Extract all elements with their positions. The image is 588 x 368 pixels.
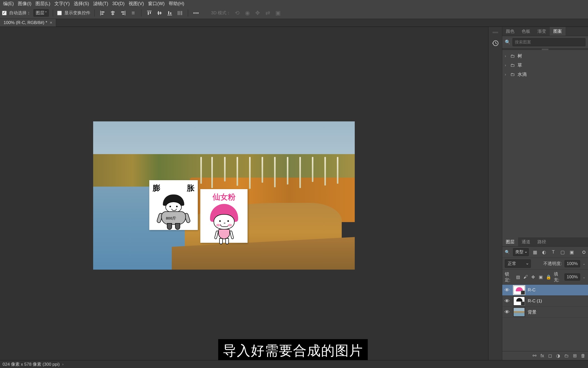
layer-filter-dropdown[interactable]: 类型 bbox=[513, 248, 529, 256]
align-menu-icon[interactable]: ≡ bbox=[129, 9, 137, 17]
status-menu-icon[interactable]: › bbox=[62, 362, 64, 366]
auto-select-label: 自动选择： bbox=[9, 10, 31, 16]
close-tab-icon[interactable]: × bbox=[50, 20, 52, 25]
pattern-folder-tree[interactable]: › 🗀 树 bbox=[502, 51, 588, 61]
menu-edit[interactable]: 编(E) bbox=[1, 1, 16, 7]
menu-window[interactable]: 窗口(W) bbox=[146, 1, 167, 7]
3d-roll-icon: ◉ bbox=[243, 9, 251, 17]
svg-rect-11 bbox=[150, 12, 151, 14]
fill-value[interactable]: 100% bbox=[565, 273, 580, 281]
layer-name[interactable]: R-C bbox=[528, 288, 535, 293]
patterns-panel-tabs: 颜色 色板 渐变 图案 bbox=[502, 27, 588, 36]
menu-type[interactable]: 文字(Y) bbox=[52, 1, 72, 7]
align-center-v-icon[interactable] bbox=[156, 9, 163, 17]
layer-thumbnail[interactable] bbox=[513, 286, 525, 294]
tab-paths[interactable]: 路径 bbox=[534, 237, 550, 246]
patterns-search-input[interactable] bbox=[512, 38, 585, 46]
opacity-value[interactable]: 100% bbox=[565, 260, 580, 267]
pattern-folder-grass[interactable]: › 🗀 草 bbox=[502, 61, 588, 70]
history-icon[interactable] bbox=[490, 38, 501, 49]
svg-rect-5 bbox=[112, 14, 114, 15]
subtitle-overlay: 导入好需要合成的图片 bbox=[218, 339, 368, 360]
tab-color[interactable]: 颜色 bbox=[502, 27, 518, 36]
pattern-folder-water[interactable]: › 🗀 水滴 bbox=[502, 70, 588, 79]
canvas-sticker-2[interactable]: 仙女粉 bbox=[200, 189, 248, 243]
3d-slide-icon: ⇄ bbox=[264, 9, 272, 17]
tab-swatches[interactable]: 色板 bbox=[518, 27, 534, 36]
layer-item[interactable]: 👁 R-C (1) bbox=[502, 296, 588, 307]
filter-smart-icon[interactable]: ▣ bbox=[569, 249, 575, 255]
layer-mask-icon[interactable]: ◻ bbox=[548, 353, 552, 359]
lock-artboard-icon[interactable]: ▣ bbox=[538, 274, 543, 280]
sticker1-figure: 800斤 bbox=[158, 194, 189, 230]
link-layers-icon[interactable]: ⚯ bbox=[533, 353, 536, 359]
align-center-h-icon[interactable] bbox=[109, 9, 117, 17]
svg-rect-12 bbox=[157, 13, 162, 13]
svg-rect-7 bbox=[121, 12, 124, 13]
layer-thumbnail[interactable] bbox=[513, 297, 525, 305]
layer-thumbnail[interactable] bbox=[513, 308, 525, 316]
visibility-toggle-icon[interactable]: 👁 bbox=[504, 298, 510, 304]
document-tab-title: 100% (R-C, RGB/8#) * bbox=[4, 20, 47, 25]
layer-name[interactable]: R-C (1) bbox=[528, 298, 542, 304]
menu-layer[interactable]: 图层(L) bbox=[33, 1, 52, 7]
align-right-icon[interactable] bbox=[119, 9, 127, 17]
layer-name[interactable]: 背景 bbox=[528, 309, 536, 315]
filter-type-icon[interactable]: T bbox=[550, 249, 556, 255]
tab-gradients[interactable]: 渐变 bbox=[534, 27, 550, 36]
mode-3d-label: 3D 模式： bbox=[211, 10, 231, 16]
status-bar: 024 像素 x 578 像素 (300 ppi) › bbox=[0, 360, 588, 368]
svg-rect-9 bbox=[147, 11, 152, 11]
tab-channels[interactable]: 通道 bbox=[518, 237, 534, 246]
patterns-tree[interactable]: › 🗀 树 › 🗀 草 › 🗀 水滴 bbox=[502, 50, 588, 237]
menu-view[interactable]: 视图(V) bbox=[127, 1, 146, 7]
document-canvas[interactable]: 膨 胀 800斤 仙女粉 bbox=[93, 121, 355, 270]
filter-adjustment-icon[interactable]: ◐ bbox=[541, 249, 547, 255]
distribute-icon[interactable] bbox=[176, 9, 184, 17]
delete-layer-icon[interactable]: 🗑 bbox=[581, 353, 585, 359]
layers-panel-tabs: 图层 通道 路径 bbox=[502, 237, 588, 247]
auto-select-checkbox[interactable] bbox=[2, 11, 7, 15]
new-layer-icon[interactable]: ⊞ bbox=[573, 353, 577, 359]
menu-help[interactable]: 帮助(H) bbox=[167, 1, 186, 7]
align-left-icon[interactable] bbox=[99, 9, 106, 17]
group-icon[interactable]: 🗀 bbox=[564, 353, 569, 359]
filter-pixel-icon[interactable]: ▦ bbox=[532, 249, 538, 255]
layer-item[interactable]: 👁 背景 bbox=[502, 307, 588, 318]
opacity-stepper-icon[interactable]: ⌄ bbox=[583, 262, 585, 266]
filter-toggle[interactable] bbox=[582, 251, 585, 254]
adjustment-layer-icon[interactable]: ◑ bbox=[556, 353, 560, 359]
fill-stepper-icon[interactable]: ⌄ bbox=[583, 275, 585, 279]
visibility-toggle-icon[interactable]: 👁 bbox=[504, 287, 510, 293]
menu-image[interactable]: 图像(I) bbox=[16, 1, 33, 7]
layer-list[interactable]: 👁 R-C 👁 R-C (1) 👁 背景 bbox=[502, 285, 588, 351]
lock-pixels-icon[interactable]: 🖌 bbox=[523, 274, 528, 280]
blend-mode-dropdown[interactable]: 正常 bbox=[505, 259, 531, 268]
menu-3d[interactable]: 3D(D) bbox=[110, 1, 127, 6]
filter-shape-icon[interactable]: ▢ bbox=[559, 249, 566, 255]
dock-grip[interactable] bbox=[493, 32, 498, 33]
svg-rect-17 bbox=[170, 12, 171, 14]
lock-all-icon[interactable]: 🔒 bbox=[546, 274, 551, 280]
document-tab[interactable]: 100% (R-C, RGB/8#) * × bbox=[0, 19, 56, 27]
align-bottom-icon[interactable] bbox=[166, 9, 174, 17]
visibility-toggle-icon[interactable]: 👁 bbox=[504, 309, 510, 315]
sticker2-figure bbox=[205, 204, 243, 245]
tab-patterns[interactable]: 图案 bbox=[550, 27, 566, 36]
layer-item[interactable]: 👁 R-C bbox=[502, 285, 588, 296]
layer-style-icon[interactable]: fx bbox=[541, 353, 544, 359]
svg-rect-3 bbox=[113, 11, 113, 15]
canvas-area[interactable]: 膨 胀 800斤 仙女粉 bbox=[0, 27, 488, 360]
panel-divider[interactable] bbox=[502, 48, 588, 50]
canvas-sticker-1[interactable]: 膨 胀 800斤 bbox=[149, 180, 198, 230]
align-top-icon[interactable] bbox=[145, 9, 153, 17]
3d-orbit-icon: ⟲ bbox=[233, 9, 241, 17]
lock-position-icon[interactable]: ✥ bbox=[531, 274, 536, 280]
more-options-icon[interactable]: ••• bbox=[192, 9, 200, 17]
tab-layers[interactable]: 图层 bbox=[502, 237, 518, 246]
menu-select[interactable]: 选择(S) bbox=[72, 1, 91, 7]
auto-select-dropdown[interactable]: 图层 bbox=[33, 9, 49, 17]
lock-transparency-icon[interactable]: ▨ bbox=[516, 274, 521, 280]
menu-filter[interactable]: 滤镜(T) bbox=[91, 1, 110, 7]
show-transform-checkbox[interactable] bbox=[57, 11, 62, 15]
